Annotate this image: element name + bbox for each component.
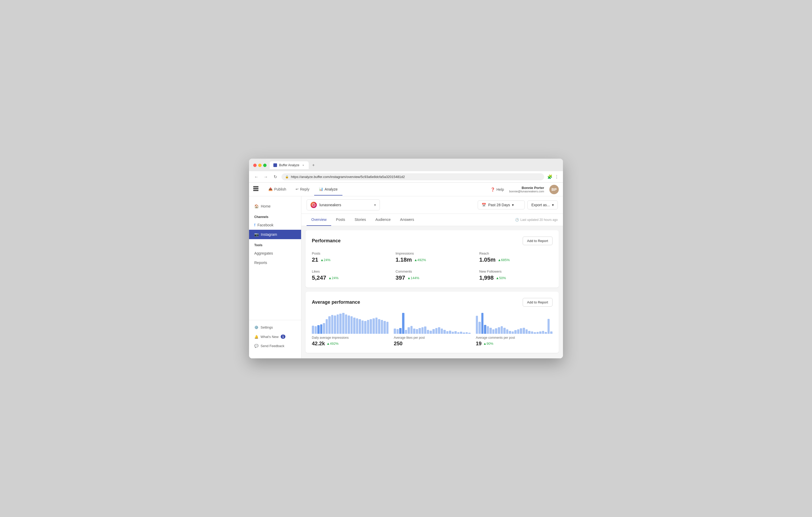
chart-bar (438, 327, 440, 334)
svg-rect-1 (253, 188, 258, 189)
chart-impressions-label: Daily average impressions (312, 336, 388, 339)
url-bar[interactable]: 🔒 https://analyze.buffer.com/instagram/o… (282, 173, 544, 180)
whats-new-icon: 🔔 (254, 335, 258, 339)
nav-publish[interactable]: 📤 Publish (264, 183, 291, 195)
stat-posts-number: 21 (312, 256, 318, 263)
chart-bar (386, 322, 389, 334)
account-name: lunasneakers (319, 203, 341, 207)
chart-bar (381, 320, 383, 334)
account-selector[interactable]: lunasneakers ▾ (307, 200, 380, 210)
sidebar-reports-label: Reports (254, 261, 267, 265)
sidebar-whats-new[interactable]: 🔔 What's New 1 (249, 332, 301, 341)
sidebar-send-feedback[interactable]: 💬 Send Feedback (249, 341, 301, 351)
chart-bar (517, 329, 520, 334)
chart-bar (416, 329, 418, 334)
tab-answers-label: Answers (400, 217, 414, 222)
chart-impressions-bars (312, 313, 388, 334)
maximize-window-button[interactable] (263, 163, 267, 167)
user-avatar[interactable]: BP (549, 185, 559, 194)
chart-comments-change: ▲90% (483, 342, 493, 345)
stat-posts: Posts 21 ▲24% (312, 251, 385, 263)
tab-posts[interactable]: Posts (331, 214, 350, 226)
browser-tab-active[interactable]: Buffer Analyze × (270, 161, 309, 169)
refresh-button[interactable]: ↻ (272, 174, 278, 180)
chart-bar (348, 315, 350, 334)
sidebar-item-instagram[interactable]: 📷 Instagram (249, 230, 301, 239)
chart-bar (405, 330, 407, 334)
avg-perf-title: Average performance (312, 300, 360, 305)
clock-icon: 🕐 (515, 218, 519, 222)
chart-bar (342, 313, 345, 334)
performance-add-to-report-button[interactable]: Add to Report (523, 237, 552, 245)
account-avatar-icon (311, 202, 317, 208)
chart-bar (536, 332, 539, 334)
stat-likes-label: Likes (312, 270, 385, 273)
tab-overview[interactable]: Overview (307, 214, 331, 226)
sidebar-settings[interactable]: ⚙️ Settings (249, 323, 301, 332)
chart-bar (478, 322, 481, 334)
export-label: Export as... (531, 203, 550, 207)
chart-impressions-value: 42.2k ▲492% (312, 341, 388, 346)
chart-bar (506, 329, 509, 334)
stat-impressions-change: ▲492% (414, 258, 426, 262)
nav-analyze[interactable]: 📊 Analyze (314, 183, 342, 195)
back-button[interactable]: ← (253, 174, 260, 180)
stat-new-followers: New Followers 1,998 ▲50% (479, 270, 552, 281)
stat-comments-change: ▲144% (407, 276, 419, 280)
stat-likes: Likes 5,247 ▲24% (312, 270, 385, 281)
svg-rect-2 (253, 190, 258, 191)
chart-bar (523, 328, 525, 334)
sidebar-item-home[interactable]: 🏠 Home (249, 202, 301, 211)
chart-bar (489, 328, 492, 334)
stat-followers-value: 1,998 ▲50% (479, 274, 552, 281)
stat-impressions-number: 1.18m (396, 256, 412, 263)
sidebar-item-reports[interactable]: Reports (249, 258, 301, 267)
chart-bar (413, 329, 415, 334)
svg-point-4 (313, 204, 314, 206)
nav-reply[interactable]: ↩ Reply (291, 183, 314, 195)
help-button[interactable]: ❓ Help (491, 187, 504, 191)
tab-stories[interactable]: Stories (350, 214, 371, 226)
menu-icon[interactable]: ⋮ (555, 174, 559, 179)
chart-likes-label: Average likes per post (394, 336, 470, 339)
stat-impressions: Impressions 1.18m ▲492% (396, 251, 469, 263)
tab-answers[interactable]: Answers (395, 214, 419, 226)
stat-comments-value: 397 ▲144% (396, 274, 469, 281)
export-chevron: ▾ (552, 203, 554, 207)
last-updated: 🕐 Last updated 20 hours ago (515, 218, 558, 222)
new-tab-button[interactable]: + (310, 161, 317, 169)
minimize-window-button[interactable] (258, 163, 262, 167)
chart-bar (399, 328, 402, 334)
chart-bar (345, 314, 347, 334)
chart-impressions-change: ▲492% (326, 342, 339, 345)
chart-bar (468, 333, 471, 334)
logo-icon (253, 186, 258, 191)
extensions-icon[interactable]: 🧩 (547, 174, 552, 179)
avg-perf-add-to-report-button[interactable]: Add to Report (523, 298, 552, 307)
nav-publish-label: Publish (274, 187, 286, 191)
sidebar-item-facebook[interactable]: f Facebook (249, 220, 301, 230)
sidebar-instagram-label: Instagram (261, 232, 277, 237)
export-button[interactable]: Export as... ▾ (527, 201, 558, 209)
chart-bar (503, 328, 506, 334)
window-controls (253, 163, 267, 167)
sidebar-item-aggregates[interactable]: Aggregates (249, 249, 301, 258)
close-window-button[interactable] (253, 163, 257, 167)
date-picker[interactable]: 📅 Past 28 Days ▾ (478, 201, 525, 209)
tab-close-button[interactable]: × (301, 163, 305, 167)
title-bar: Buffer Analyze × + (249, 159, 563, 171)
chart-bar (370, 319, 372, 334)
calendar-icon: 📅 (482, 203, 486, 207)
chart-bar (432, 329, 435, 334)
analyze-icon: 📊 (319, 187, 323, 191)
chart-bar (498, 327, 500, 334)
address-actions: 🧩 ⋮ (547, 174, 559, 179)
svg-point-3 (312, 203, 315, 207)
forward-button[interactable]: → (263, 174, 269, 180)
tab-audience-label: Audience (375, 217, 390, 222)
tab-audience[interactable]: Audience (371, 214, 395, 226)
chart-bar (315, 326, 317, 334)
chart-bar (460, 332, 462, 334)
toolbar-right: ❓ Help Bonnie Porter bonnie@lunasneakers… (491, 185, 559, 194)
chart-bar (435, 328, 438, 334)
